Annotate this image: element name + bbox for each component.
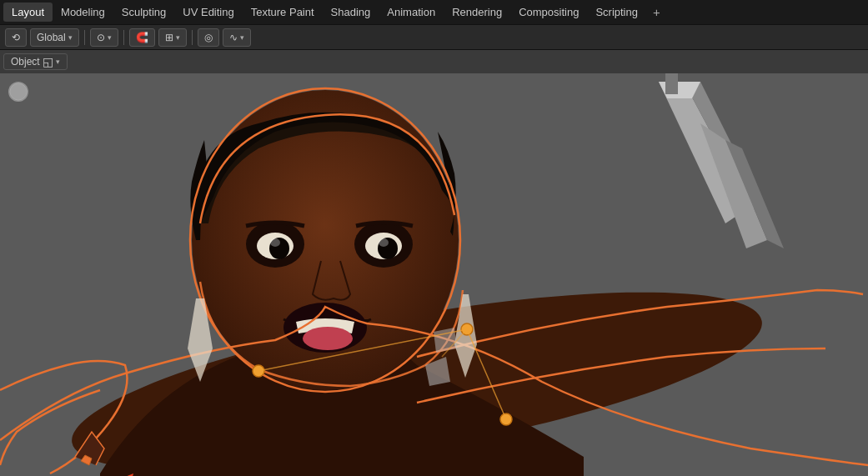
pivot-button[interactable]: ⊙ ▾ <box>90 28 118 47</box>
tab-scripting[interactable]: Scripting <box>587 3 646 22</box>
separator-2 <box>123 30 124 45</box>
separator-1 <box>84 30 85 45</box>
proportional-edit-button[interactable]: ◎ <box>198 28 219 47</box>
object-mode-area: Object ◱ ▾ <box>0 50 71 73</box>
tab-modeling[interactable]: Modeling <box>53 3 113 22</box>
chevron-down-icon-3: ▾ <box>176 33 180 42</box>
svg-point-11 <box>379 238 389 247</box>
svg-point-10 <box>270 238 280 247</box>
falloff-button[interactable]: ∿ ▾ <box>223 28 251 47</box>
separator-3 <box>192 30 193 45</box>
pivot-icon: ⊙ <box>97 32 105 43</box>
chevron-down-icon-4: ▾ <box>240 33 244 42</box>
snap-grid-icon: ⊞ <box>165 32 173 43</box>
object-mode-label: Object <box>11 56 40 68</box>
axis-indicator <box>8 82 28 102</box>
add-workspace-button[interactable]: + <box>646 2 667 23</box>
snap-button[interactable]: 🧲 <box>129 28 155 47</box>
object-mode-button[interactable]: Object ◱ ▾ <box>3 53 68 70</box>
tab-rendering[interactable]: Rendering <box>444 3 510 22</box>
tab-layout[interactable]: Layout <box>3 3 53 22</box>
tab-texture-paint[interactable]: Texture Paint <box>243 3 323 22</box>
tab-compositing[interactable]: Compositing <box>510 3 587 22</box>
transform-icon: ⟲ <box>12 32 20 43</box>
3d-viewport[interactable] <box>0 73 868 476</box>
svg-point-30 <box>10 83 27 100</box>
snap-options-button[interactable]: ⊞ ▾ <box>158 28 187 47</box>
falloff-icon: ∿ <box>229 32 238 43</box>
toolbar: ⟲ Global ▾ ⊙ ▾ 🧲 ⊞ ▾ ◎ ∿ ▾ <box>0 25 868 50</box>
svg-point-13 <box>303 327 353 350</box>
magnet-icon: 🧲 <box>136 32 148 43</box>
global-label: Global <box>37 32 66 43</box>
transform-button[interactable]: ⟲ <box>5 28 27 47</box>
tab-animation[interactable]: Animation <box>379 3 444 22</box>
object-mode-chevron: ▾ <box>56 58 60 66</box>
character-render <box>0 73 868 476</box>
global-transform-button[interactable]: Global ▾ <box>30 28 79 47</box>
svg-rect-18 <box>665 73 678 94</box>
tab-shading[interactable]: Shading <box>323 3 379 22</box>
mode-icon: ◱ <box>43 55 53 68</box>
topbar: Layout Modeling Sculpting UV Editing Tex… <box>0 0 868 25</box>
chevron-down-icon-2: ▾ <box>108 33 112 42</box>
tab-uv-editing[interactable]: UV Editing <box>174 3 242 22</box>
proportional-icon: ◎ <box>204 32 213 43</box>
tab-sculpting[interactable]: Sculpting <box>113 3 174 22</box>
chevron-down-icon: ▾ <box>68 33 73 42</box>
